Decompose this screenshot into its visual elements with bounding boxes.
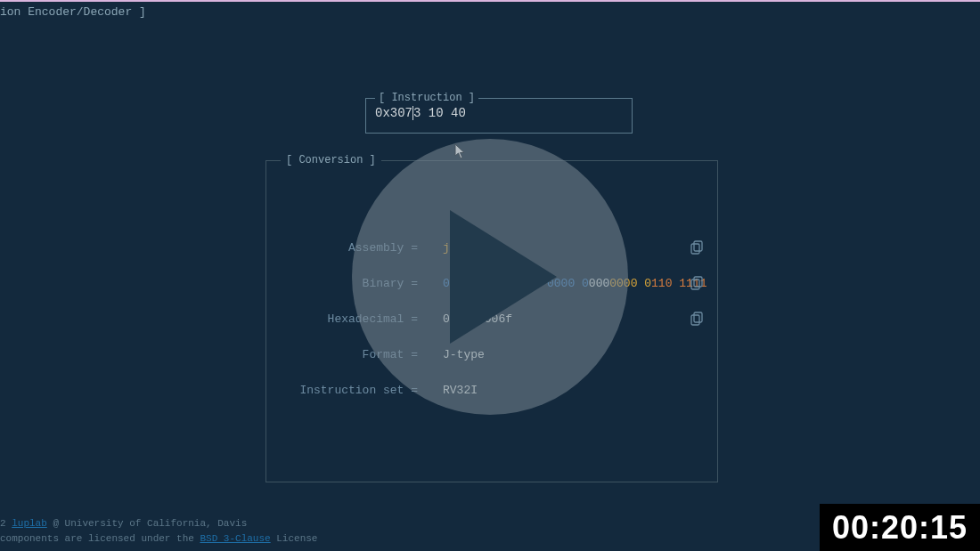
svg-rect-0	[691, 244, 699, 254]
footer-line1-suffix: @ University of California, Davis	[47, 518, 247, 529]
svg-rect-4	[691, 315, 699, 325]
copy-hex-button[interactable]	[690, 312, 703, 326]
footer-line1-prefix: 2	[0, 518, 12, 529]
window-title: ion Encoder/Decoder ]	[0, 2, 980, 19]
play-icon	[450, 210, 557, 344]
footer-line2-prefix: components are licensed under the	[0, 533, 200, 544]
footer-text: 2 luplab @ University of California, Dav…	[0, 516, 317, 546]
svg-rect-5	[694, 312, 702, 322]
copy-assembly-button[interactable]	[690, 240, 703, 255]
copy-icon	[690, 312, 703, 326]
svg-rect-3	[694, 277, 702, 287]
copy-icon	[690, 276, 703, 290]
svg-rect-2	[691, 280, 699, 289]
svg-rect-1	[694, 241, 702, 251]
instruction-value-before: 0x307	[375, 106, 412, 120]
play-button[interactable]	[352, 139, 628, 415]
conversion-label: [ Conversion ]	[281, 154, 381, 166]
footer-line2-suffix: License	[271, 533, 318, 544]
copy-icon	[690, 240, 703, 255]
instruction-value-after: 3 10 40	[413, 106, 466, 120]
video-timestamp: 00:20:15	[820, 504, 980, 551]
instruction-field-group: [ Instruction ] 0x3073 10 40	[365, 98, 633, 134]
footer-link-license[interactable]: BSD 3-Clause	[200, 533, 270, 544]
copy-binary-button[interactable]	[690, 276, 703, 290]
footer-link-luplab[interactable]: luplab	[12, 518, 47, 529]
instruction-set-label: Instruction set =	[266, 384, 418, 397]
instruction-label: [ Instruction ]	[375, 92, 478, 104]
